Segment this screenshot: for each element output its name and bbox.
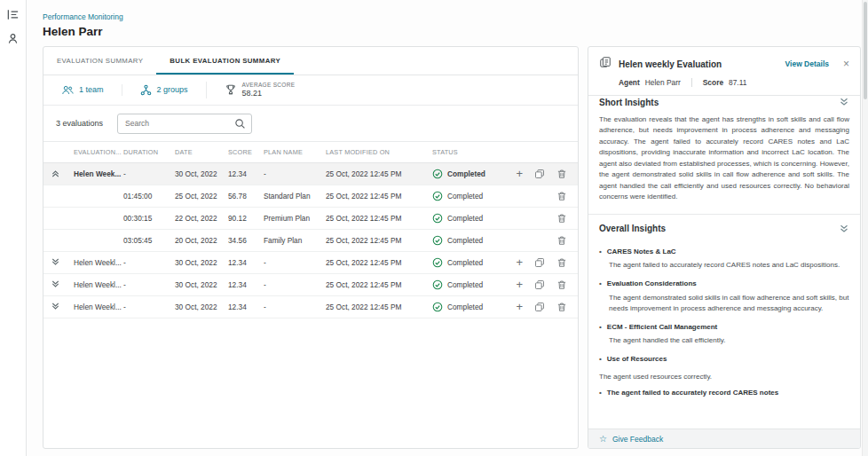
status-cell: Completed — [432, 302, 514, 312]
column-score[interactable]: SCORE — [228, 148, 264, 156]
add-icon[interactable]: + — [516, 280, 523, 289]
column-evaluation[interactable]: EVALUATION... — [74, 148, 123, 156]
column-duration[interactable]: DURATION — [123, 148, 175, 156]
give-feedback-button[interactable]: ☆ Give Feedback — [588, 428, 860, 448]
table-row[interactable]: Helen Week... - 30 Oct, 2022 12.34 - 25 … — [43, 163, 578, 185]
close-icon[interactable]: × — [843, 59, 849, 68]
score-cell: 12.34 — [228, 169, 264, 178]
evaluation-name-cell: Helen Weekl... — [74, 303, 123, 311]
status-cell: Completed — [432, 235, 514, 246]
status-text: Completed — [447, 169, 485, 178]
duration-cell: - — [123, 169, 175, 178]
row-actions: + — [514, 279, 567, 290]
insight-text: The agent handled the call efficiently. — [609, 335, 849, 346]
plan-name-cell: - — [264, 280, 326, 289]
last-modified-cell: 25 Oct, 2022 12:45 PM — [326, 280, 432, 289]
evaluations-card: EVALUATION SUMMARY BULK EVALUATION SUMMA… — [43, 46, 579, 449]
column-status[interactable]: STATUS — [432, 148, 514, 156]
collapse-short-insights-icon[interactable] — [839, 97, 849, 107]
completed-check-icon — [432, 191, 443, 201]
last-modified-cell: 25 Oct, 2022 12:45 PM — [326, 214, 432, 223]
panel-subheader: Agent Helen Parr Score 87.11 — [599, 78, 849, 87]
add-icon[interactable]: + — [516, 303, 523, 311]
insight-item: • Use of Resources — [599, 355, 849, 364]
row-expander[interactable] — [51, 169, 74, 178]
score-label: Score — [703, 78, 723, 87]
delete-icon[interactable] — [556, 279, 567, 290]
copy-icon[interactable] — [534, 279, 545, 290]
column-last-modified[interactable]: LAST MODIFIED ON — [326, 148, 432, 156]
breadcrumb[interactable]: Performance Monitoring — [43, 12, 123, 21]
row-expander[interactable] — [51, 302, 74, 311]
status-cell: Completed — [432, 169, 514, 179]
scrollbar-thumb[interactable] — [864, 2, 867, 99]
tab-bulk-evaluation-summary[interactable]: BULK EVALUATION SUMMARY — [156, 47, 294, 75]
search-input[interactable] — [117, 114, 252, 134]
duration-cell: - — [123, 258, 175, 267]
collapse-overall-insights-icon[interactable] — [839, 224, 849, 234]
copy-icon[interactable] — [534, 257, 545, 268]
row-expander[interactable] — [51, 257, 74, 267]
bullet-icon: • — [599, 323, 602, 332]
table-row[interactable]: Helen Weekl... - 30 Oct, 2022 12.34 - 25… — [43, 274, 578, 296]
copy-icon[interactable] — [534, 302, 545, 312]
user-icon[interactable] — [5, 30, 21, 46]
row-actions: + — [514, 213, 567, 224]
table-row[interactable]: Helen Weekl... - 30 Oct, 2022 12.34 - 25… — [43, 252, 578, 274]
page-scrollbar[interactable] — [862, 0, 868, 456]
bullet-icon: • — [599, 279, 602, 288]
table-row[interactable]: 03:05:45 20 Oct, 2022 34.56 Family Plan … — [43, 230, 578, 252]
insight-title: ECM - Efficient Call Management — [607, 323, 717, 332]
insight-text: The agent failed to accurately record CA… — [609, 260, 849, 271]
tab-evaluation-summary[interactable]: EVALUATION SUMMARY — [43, 47, 156, 75]
add-icon[interactable]: + — [516, 169, 523, 178]
delete-icon[interactable] — [556, 257, 567, 268]
agent-name: Helen Parr — [645, 78, 681, 87]
plan-name-cell: - — [264, 303, 326, 311]
column-plan-name[interactable]: PLAN NAME — [264, 148, 326, 156]
evaluation-detail-panel: Helen weekly Evaluation View Details × A… — [588, 46, 861, 449]
view-details-link[interactable]: View Details — [785, 59, 829, 68]
trophy-icon — [225, 83, 237, 96]
last-modified-cell: 25 Oct, 2022 12:45 PM — [326, 236, 432, 245]
plan-name-cell: Premium Plan — [264, 214, 326, 223]
score-cell: 12.34 — [228, 280, 264, 289]
delete-icon[interactable] — [556, 235, 567, 246]
overall-insights-list: • CARES Notes & LaC The agent failed to … — [599, 248, 849, 365]
delete-icon[interactable] — [556, 302, 567, 312]
table-row[interactable]: 00:30:15 22 Oct, 2022 90.12 Premium Plan… — [43, 208, 578, 230]
groups-label: 2 groups — [157, 85, 188, 94]
delete-icon[interactable] — [556, 191, 567, 201]
add-icon[interactable]: + — [516, 258, 523, 267]
insight-title: Evaluation Considerations — [607, 279, 697, 288]
subheader-divider — [691, 78, 692, 87]
score-cell: 34.56 — [228, 236, 264, 245]
delete-icon[interactable] — [556, 169, 567, 179]
table-row[interactable]: 01:45:00 25 Oct, 2022 56.78 Standard Pla… — [43, 185, 578, 208]
left-rail — [0, 0, 27, 456]
main-content: Performance Monitoring Helen Parr EVALUA… — [27, 0, 868, 456]
average-score-value: 58.21 — [242, 89, 296, 98]
status-text: Completed — [447, 303, 483, 311]
column-date[interactable]: DATE — [175, 148, 228, 156]
groups-icon — [140, 84, 152, 96]
row-actions: + — [514, 235, 567, 246]
delete-icon[interactable] — [556, 213, 567, 224]
evaluation-doc-icon — [599, 56, 612, 72]
insight-item: • CARES Notes & LaC The agent failed to … — [599, 248, 849, 271]
groups-stat: 2 groups — [122, 84, 206, 96]
completed-check-icon — [432, 169, 443, 179]
row-actions: + — [514, 257, 567, 268]
table-row[interactable]: Helen Weekl... - 30 Oct, 2022 12.34 - 25… — [43, 296, 578, 318]
row-actions: + — [514, 169, 567, 179]
copy-icon[interactable] — [534, 169, 545, 179]
app-window: Performance Monitoring Helen Parr EVALUA… — [0, 0, 868, 456]
panel-body: Short Insights The evaluation reveals th… — [588, 88, 860, 447]
menu-icon[interactable] — [5, 6, 21, 22]
row-expander[interactable] — [51, 279, 74, 289]
status-cell: Completed — [432, 257, 514, 268]
evaluations-count: 3 evaluations — [56, 119, 103, 128]
bullet-icon: • — [599, 248, 602, 256]
score-cell: 12.34 — [228, 303, 264, 311]
team-label: 1 team — [79, 85, 104, 94]
